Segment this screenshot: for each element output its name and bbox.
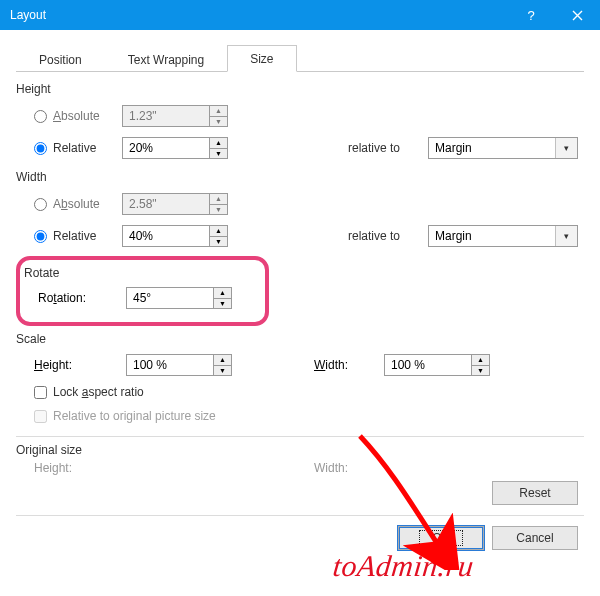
spin-up-icon[interactable]: ▲ [214, 355, 231, 366]
spin-up-icon[interactable]: ▲ [210, 138, 227, 149]
width-relative-spinner[interactable]: 40% ▲ ▼ [122, 225, 228, 247]
width-relative-to-value: Margin [435, 229, 472, 243]
width-relative-to-combo[interactable]: Margin ▾ [428, 225, 578, 247]
relative-original-option: Relative to original picture size [16, 404, 584, 428]
height-relative-to-label: relative to [348, 141, 418, 155]
section-rotate: Rotate [24, 266, 255, 280]
height-relative-to-combo[interactable]: Margin ▾ [428, 137, 578, 159]
rotation-value[interactable]: 45° [127, 288, 213, 308]
section-width: Width [16, 170, 584, 184]
relative-original-label: Relative to original picture size [53, 409, 216, 423]
spin-up-icon: ▲ [210, 106, 227, 117]
scale-width-spinner[interactable]: 100 % ▲ ▼ [384, 354, 490, 376]
relative-original-checkbox [34, 410, 47, 423]
scale-height-value[interactable]: 100 % [127, 355, 213, 375]
width-relative-to-label: relative to [348, 229, 418, 243]
height-absolute-spinner: 1.23" ▲ ▼ [122, 105, 228, 127]
scale-width-label: Width: [314, 358, 370, 372]
chevron-down-icon: ▾ [555, 226, 577, 246]
rotate-highlight-annotation: Rotate Rotation: 45° ▲ ▼ [16, 256, 269, 326]
rotation-label: Rotation: [38, 291, 126, 305]
height-relative-option[interactable]: Relative [34, 141, 122, 155]
lock-aspect-ratio-option[interactable]: Lock aspect ratio [16, 380, 584, 404]
tab-size[interactable]: Size [227, 45, 296, 72]
help-button[interactable]: ? [508, 0, 554, 30]
scale-height-label: Height: [34, 358, 112, 372]
width-absolute-spinner: 2.58" ▲ ▼ [122, 193, 228, 215]
rotation-spinner[interactable]: 45° ▲ ▼ [126, 287, 232, 309]
close-icon [572, 10, 583, 21]
close-button[interactable] [554, 0, 600, 30]
section-scale: Scale [16, 332, 584, 346]
width-relative-label: Relative [53, 229, 96, 243]
height-relative-value[interactable]: 20% [123, 138, 209, 158]
reset-button[interactable]: Reset [492, 481, 578, 505]
spin-down-icon: ▼ [210, 117, 227, 127]
section-original-size: Original size [16, 443, 584, 457]
tab-text-wrapping[interactable]: Text Wrapping [105, 46, 227, 72]
section-height: Height [16, 82, 584, 96]
spin-down-icon: ▼ [210, 205, 227, 215]
spin-down-icon[interactable]: ▼ [472, 366, 489, 376]
original-height-label: Height: [34, 461, 314, 475]
height-absolute-option[interactable]: Absolute [34, 109, 122, 123]
spin-down-icon[interactable]: ▼ [210, 237, 227, 247]
cancel-button[interactable]: Cancel [492, 526, 578, 550]
chevron-down-icon: ▾ [555, 138, 577, 158]
tab-position[interactable]: Position [16, 46, 105, 72]
lock-aspect-ratio-label: Lock aspect ratio [53, 385, 144, 399]
width-relative-value[interactable]: 40% [123, 226, 209, 246]
titlebar: Layout ? [0, 0, 600, 30]
tabstrip: Position Text Wrapping Size [16, 44, 584, 72]
spin-up-icon[interactable]: ▲ [210, 226, 227, 237]
original-width-label: Width: [314, 461, 348, 475]
spin-down-icon[interactable]: ▼ [210, 149, 227, 159]
spin-up-icon[interactable]: ▲ [472, 355, 489, 366]
width-absolute-radio[interactable] [34, 198, 47, 211]
spin-up-icon: ▲ [210, 194, 227, 205]
spin-down-icon[interactable]: ▼ [214, 366, 231, 376]
height-relative-spinner[interactable]: 20% ▲ ▼ [122, 137, 228, 159]
width-absolute-value: 2.58" [123, 194, 209, 214]
height-relative-to-value: Margin [435, 141, 472, 155]
spin-up-icon[interactable]: ▲ [214, 288, 231, 299]
height-relative-label: Relative [53, 141, 96, 155]
height-absolute-label: Absolute [53, 109, 100, 123]
spin-down-icon[interactable]: ▼ [214, 299, 231, 309]
height-absolute-radio[interactable] [34, 110, 47, 123]
window-title: Layout [10, 8, 46, 22]
ok-button-label: OK [420, 531, 461, 545]
width-relative-radio[interactable] [34, 230, 47, 243]
height-absolute-value: 1.23" [123, 106, 209, 126]
width-absolute-option[interactable]: Absolute [34, 197, 122, 211]
width-relative-option[interactable]: Relative [34, 229, 122, 243]
height-relative-radio[interactable] [34, 142, 47, 155]
scale-width-value[interactable]: 100 % [385, 355, 471, 375]
scale-height-spinner[interactable]: 100 % ▲ ▼ [126, 354, 232, 376]
lock-aspect-ratio-checkbox[interactable] [34, 386, 47, 399]
width-absolute-label: Absolute [53, 197, 100, 211]
ok-button[interactable]: OK [398, 526, 484, 550]
